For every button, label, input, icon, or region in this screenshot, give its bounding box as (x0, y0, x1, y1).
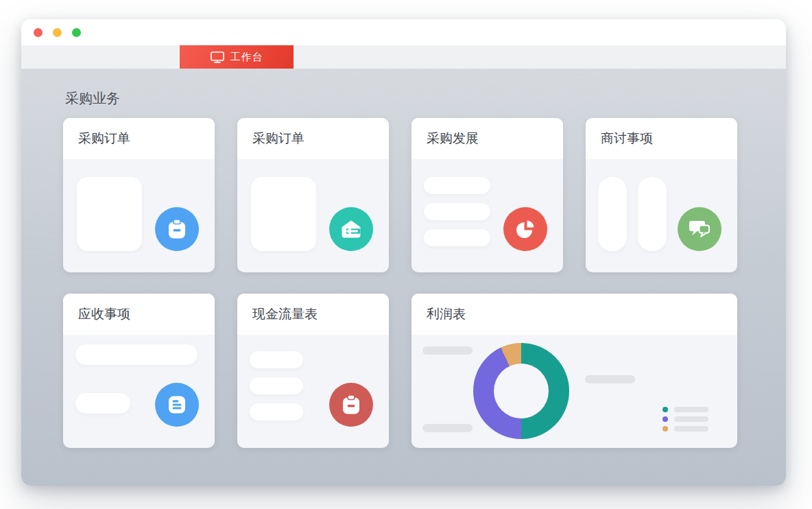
placeholder-label-bar (585, 375, 635, 383)
main-content: 采购业务 采购订单 (21, 69, 786, 486)
clipboard-icon (329, 383, 373, 427)
placeholder-bar (424, 203, 490, 220)
legend-item (662, 407, 708, 412)
placeholder-bar (424, 177, 490, 194)
placeholder-vbar (638, 177, 667, 251)
zoom-button[interactable] (72, 28, 81, 37)
legend-item (662, 426, 708, 431)
card-title: 采购发展 (427, 130, 479, 147)
pie-chart-icon (503, 207, 547, 251)
card-title: 采购订单 (78, 130, 130, 147)
placeholder-label-bar (422, 424, 473, 432)
home-return-icon (329, 207, 373, 251)
legend-dot-orange (662, 426, 668, 431)
placeholder-bar (250, 403, 303, 421)
document-icon (155, 383, 199, 427)
clipboard-icon (155, 207, 199, 251)
tab-strip: 工作台 (21, 45, 786, 69)
placeholder-square (251, 177, 316, 251)
legend-dot-teal (662, 407, 668, 412)
placeholder-label-bar (422, 346, 473, 355)
placeholder-bar (424, 229, 490, 246)
card-cash-flow[interactable]: 现金流量表 (237, 294, 389, 448)
monitor-icon (211, 51, 224, 63)
close-button[interactable] (34, 28, 43, 37)
placeholder-long-bar (75, 344, 198, 365)
card-title: 商讨事项 (601, 130, 653, 147)
card-title: 利润表 (427, 305, 466, 323)
legend-label-bar (674, 407, 708, 412)
card-purchase-order-1[interactable]: 采购订单 (63, 118, 215, 272)
legend-label-bar (674, 426, 708, 431)
tab-label: 工作台 (230, 51, 263, 64)
placeholder-bar (250, 351, 303, 368)
placeholder-vbar (598, 177, 627, 251)
donut-hole (494, 364, 549, 418)
legend-label-bar (674, 416, 708, 422)
placeholder-square (77, 177, 142, 251)
card-title: 现金流量表 (252, 305, 318, 323)
minimize-button[interactable] (53, 28, 62, 37)
card-grid: 采购订单 采购订单 (63, 118, 737, 448)
card-receivables[interactable]: 应收事项 (63, 294, 215, 448)
legend-item (662, 416, 708, 422)
card-discussion-items[interactable]: 商讨事项 (586, 118, 737, 272)
titlebar (21, 19, 786, 45)
card-title: 应收事项 (78, 305, 130, 323)
placeholder-bar (250, 377, 303, 394)
card-purchase-development[interactable]: 采购发展 (411, 118, 563, 272)
app-window: 工作台 采购业务 采购订单 (21, 19, 786, 486)
tab-workbench[interactable]: 工作台 (180, 45, 294, 69)
chat-icon (678, 207, 721, 251)
card-profit-statement[interactable]: 利润表 (411, 294, 737, 448)
card-purchase-order-2[interactable]: 采购订单 (237, 118, 389, 272)
donut-chart (473, 343, 569, 439)
legend-dot-purple (662, 416, 668, 422)
chart-legend (662, 407, 708, 436)
card-title: 采购订单 (252, 130, 304, 147)
section-title: 采购业务 (65, 89, 120, 108)
placeholder-short-bar (75, 393, 130, 414)
